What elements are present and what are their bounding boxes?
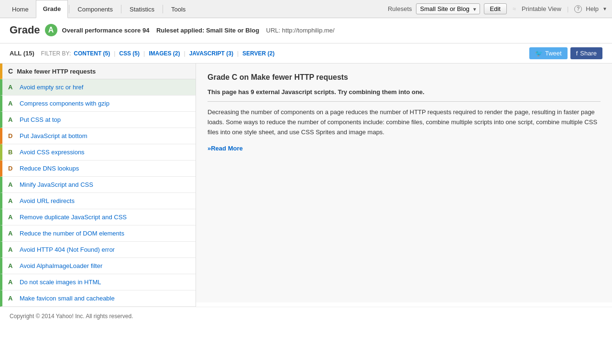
- rule-link[interactable]: Make favicon small and cacheable: [20, 295, 115, 302]
- share-label: Share: [580, 50, 597, 57]
- rule-link[interactable]: Avoid empty src or href: [20, 84, 83, 91]
- rules-list: C Make fewer HTTP requests AAvoid empty …: [0, 64, 196, 307]
- edit-button[interactable]: Edit: [484, 3, 507, 14]
- top-navigation: Home Grade Components Statistics Tools R…: [0, 0, 612, 18]
- tweet-label: Tweet: [545, 50, 562, 57]
- detail-title: Grade C on Make fewer HTTP requests: [208, 73, 601, 82]
- help-arrow: ▼: [602, 6, 607, 11]
- filter-sep-1: |: [114, 50, 115, 57]
- rule-link[interactable]: Avoid CSS expressions: [20, 149, 85, 156]
- rule-link[interactable]: Put JavaScript at bottom: [20, 132, 87, 139]
- rule-group-title: Make fewer HTTP requests: [17, 68, 96, 75]
- social-buttons: 🐦 Tweet f Share: [529, 47, 602, 59]
- rule-grade-badge: D: [8, 132, 16, 139]
- rule-link[interactable]: Avoid URL redirects: [20, 197, 75, 204]
- rule-link[interactable]: Put CSS at top: [20, 116, 61, 123]
- rule-grade-badge: B: [8, 149, 16, 156]
- rule-item[interactable]: DReduce DNS lookups: [0, 161, 196, 177]
- footer: Copyright © 2014 Yahoo! Inc. All rights …: [0, 307, 612, 325]
- rule-item[interactable]: ACompress components with gzip: [0, 96, 196, 112]
- rule-link[interactable]: Reduce the number of DOM elements: [20, 230, 124, 237]
- nav-right: Rulesets Small Site or Blog Large Site ▼…: [388, 3, 607, 14]
- rule-item[interactable]: AAvoid URL redirects: [0, 193, 196, 209]
- nav-grade[interactable]: Grade: [36, 0, 68, 18]
- filter-content[interactable]: CONTENT (5): [74, 50, 110, 57]
- rule-link[interactable]: Remove duplicate JavaScript and CSS: [20, 214, 127, 221]
- filter-server[interactable]: SERVER (2): [242, 50, 274, 57]
- filter-by-label: FILTER BY:: [41, 50, 71, 57]
- nav-divider-2: [121, 5, 121, 13]
- filter-css[interactable]: CSS (5): [119, 50, 140, 57]
- nav-divider-1: [69, 5, 69, 13]
- printable-view-link[interactable]: Printable View: [522, 5, 561, 12]
- rule-item[interactable]: AAvoid HTTP 404 (Not Found) error: [0, 242, 196, 258]
- rule-link[interactable]: Do not scale images in HTML: [20, 278, 101, 286]
- filter-all[interactable]: ALL (15): [10, 50, 34, 57]
- help-link[interactable]: Help: [586, 5, 599, 12]
- rule-link[interactable]: Avoid AlphaImageLoader filter: [20, 262, 102, 269]
- twitter-icon: 🐦: [535, 50, 543, 57]
- rule-group-grade: C: [8, 67, 13, 75]
- filter-sep-3: |: [184, 50, 186, 57]
- grade-word: Grade: [10, 24, 40, 36]
- facebook-icon: f: [576, 50, 578, 57]
- rule-grade-badge: A: [8, 214, 16, 221]
- filter-javascript[interactable]: JAVASCRIPT (3): [189, 50, 233, 57]
- nav-separator-2: |: [567, 5, 568, 12]
- rule-item[interactable]: DPut JavaScript at bottom: [0, 128, 196, 144]
- rule-grade-badge: A: [8, 295, 16, 302]
- rule-link[interactable]: Compress components with gzip: [20, 100, 109, 107]
- rule-grade-badge: A: [8, 116, 16, 123]
- rule-group-header: C Make fewer HTTP requests: [0, 64, 196, 79]
- rulesets-label: Rulesets: [388, 5, 412, 12]
- rule-item[interactable]: AMinify JavaScript and CSS: [0, 177, 196, 193]
- rule-item[interactable]: AAvoid AlphaImageLoader filter: [0, 258, 196, 274]
- rule-item[interactable]: ARemove duplicate JavaScript and CSS: [0, 209, 196, 225]
- nav-tools[interactable]: Tools: [164, 0, 193, 18]
- filter-bar: ALL (15) FILTER BY: CONTENT (5) | CSS (5…: [0, 43, 612, 64]
- nav-home[interactable]: Home: [5, 0, 36, 18]
- read-more-link[interactable]: »Read More: [208, 145, 243, 152]
- grade-title-row: Grade A Overall performance score 94 Rul…: [10, 24, 602, 36]
- share-button[interactable]: f Share: [570, 47, 602, 59]
- detail-highlight: This page has 9 external Javascript scri…: [208, 88, 601, 102]
- rule-grade-badge: A: [8, 84, 16, 91]
- rule-grade-badge: D: [8, 165, 16, 172]
- rule-item[interactable]: BAvoid CSS expressions: [0, 144, 196, 161]
- nav-statistics[interactable]: Statistics: [122, 0, 162, 18]
- footer-text: Copyright © 2014 Yahoo! Inc. All rights …: [10, 313, 133, 320]
- grade-badge: A: [45, 24, 57, 36]
- filter-left: ALL (15) FILTER BY: CONTENT (5) | CSS (5…: [10, 50, 274, 57]
- main-content: C Make fewer HTTP requests AAvoid empty …: [0, 64, 612, 307]
- nav-divider-3: [163, 5, 163, 13]
- filter-sep-4: |: [237, 50, 239, 57]
- grade-meta: Overall performance score 94 Ruleset app…: [62, 27, 335, 34]
- rule-link[interactable]: Minify JavaScript and CSS: [20, 181, 93, 188]
- rule-item[interactable]: AMake favicon small and cacheable: [0, 290, 196, 307]
- rule-item[interactable]: APut CSS at top: [0, 112, 196, 128]
- rule-link[interactable]: Reduce DNS lookups: [20, 165, 79, 172]
- url-text: URL: http://tomphilip.me/: [266, 27, 335, 34]
- rule-item[interactable]: AReduce the number of DOM elements: [0, 225, 196, 242]
- page-header: Grade A Overall performance score 94 Rul…: [0, 18, 612, 43]
- rule-grade-badge: A: [8, 181, 16, 188]
- nav-separator: ≈: [513, 5, 516, 12]
- help-circle-icon: ?: [574, 5, 582, 13]
- rule-grade-badge: A: [8, 246, 16, 253]
- rule-grade-badge: A: [8, 197, 16, 204]
- rule-link[interactable]: Avoid HTTP 404 (Not Found) error: [20, 246, 115, 253]
- ruleset-wrapper: Small Site or Blog Large Site ▼: [416, 3, 480, 14]
- nav-components[interactable]: Components: [70, 0, 120, 18]
- rules-items-container: AAvoid empty src or hrefACompress compon…: [0, 79, 196, 307]
- tweet-button[interactable]: 🐦 Tweet: [529, 47, 568, 59]
- nav-left: Home Grade Components Statistics Tools: [5, 0, 193, 18]
- rule-grade-badge: A: [8, 230, 16, 237]
- score-text: Overall performance score 94: [62, 27, 150, 34]
- ruleset-select[interactable]: Small Site or Blog Large Site: [416, 3, 480, 14]
- rule-item[interactable]: ADo not scale images in HTML: [0, 274, 196, 290]
- detail-body: Decreasing the number of components on a…: [208, 107, 601, 137]
- filter-sep-2: |: [143, 50, 145, 57]
- rule-item[interactable]: AAvoid empty src or href: [0, 79, 196, 96]
- filter-images[interactable]: IMAGES (2): [149, 50, 180, 57]
- detail-panel: Grade C on Make fewer HTTP requests This…: [196, 64, 612, 302]
